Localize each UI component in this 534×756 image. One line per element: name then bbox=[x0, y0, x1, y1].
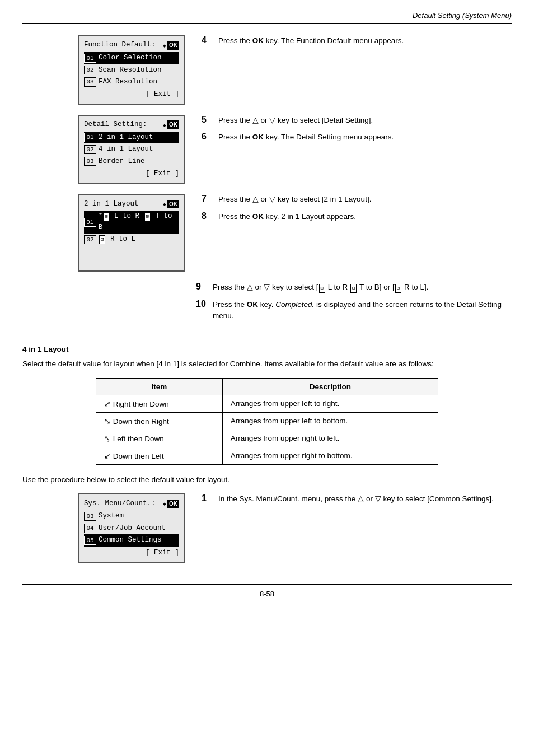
lcd-2in1: 2 in 1 Layout ⬥ OK 01 *⊞ L to R ⊟ T to B… bbox=[78, 194, 185, 272]
ok-badge-4: ⬥ OK bbox=[162, 498, 179, 509]
lcd-row-02: 02 Scan Resolution bbox=[84, 64, 179, 76]
steps-col-4: 4 Press the OK key. The Function Default… bbox=[190, 35, 512, 52]
step5-num: 5 bbox=[202, 115, 218, 125]
step6-num: 6 bbox=[202, 132, 218, 142]
desc-down-left: Arranges from upper right to bottom. bbox=[222, 447, 438, 464]
arrow-icon: ⬥ bbox=[162, 40, 167, 51]
table-header-row: Item Description bbox=[96, 378, 438, 395]
layout-icon-tb: ⊟ bbox=[144, 212, 151, 221]
step6-text: Press the OK key. The Detail Setting men… bbox=[218, 132, 394, 143]
lcd-sys-row-03: 03 System bbox=[84, 510, 179, 522]
desc-right-down: Arranges from upper left to right. bbox=[222, 395, 438, 412]
lcd-2in1-row-02: 02 ⊡ R to L bbox=[84, 234, 179, 245]
steps-910: 9 Press the △ or ▽ key to select [⊞ L to… bbox=[22, 282, 512, 327]
step9-text: Press the △ or ▽ key to select [⊞ L to R… bbox=[213, 282, 428, 293]
lcd-2in1-text-02: ⊡ R to L bbox=[99, 234, 135, 245]
step9-num: 9 bbox=[196, 282, 213, 292]
lcd-title-row: Function Default: ⬥ OK bbox=[84, 40, 179, 51]
lcd-num-01: 01 bbox=[84, 54, 96, 63]
lcd-2in1-row-01: 01 *⊞ L to R ⊟ T to B bbox=[84, 211, 179, 234]
lcd-2in1-title-text: 2 in 1 Layout bbox=[84, 199, 139, 209]
step4-item: 4 Press the OK key. The Function Default… bbox=[202, 35, 512, 46]
step9-item: 9 Press the △ or ▽ key to select [⊞ L to… bbox=[196, 282, 512, 293]
table-body: ⤢ Right then Down Arranges from upper le… bbox=[96, 395, 438, 464]
ok-box-2: OK bbox=[167, 120, 179, 129]
layout-icon-rl: ⊡ bbox=[99, 235, 105, 244]
lcd-detail-text-02: 4 in 1 Layout bbox=[99, 144, 153, 155]
lcd-text-01: Color Selection bbox=[99, 53, 162, 63]
lcd-row-03: 03 FAX Resolution bbox=[84, 76, 179, 88]
item-down-left: ↙ Down then Left bbox=[96, 447, 223, 464]
item-left-down: ⤣ Left then Down bbox=[96, 430, 223, 447]
step7-num: 7 bbox=[202, 194, 218, 204]
lcd-sys-row-05: 05 Common Settings bbox=[84, 534, 179, 546]
step5-text: Press the △ or ▽ key to select [Detail S… bbox=[218, 115, 373, 126]
ok-badge: ⬥ OK bbox=[162, 40, 179, 51]
screen-function-default: Function Default: ⬥ OK 01 Color Selectio… bbox=[22, 35, 190, 105]
table-col-desc: Description bbox=[222, 378, 438, 395]
lcd-detail-num-01: 01 bbox=[84, 133, 96, 142]
lcd-row-01: 01 Color Selection bbox=[84, 52, 179, 64]
lcd-sys-menu: Sys. Menu/Count.: ⬥ OK 03 System 04 User… bbox=[78, 493, 185, 563]
icon-lr-ref: ⊞ bbox=[319, 284, 325, 293]
table-row: ⤣ Left then Down Arranges from upper rig… bbox=[96, 430, 438, 447]
lcd-detail-row-02: 02 4 in 1 Layout bbox=[84, 143, 179, 155]
step4-num: 4 bbox=[202, 35, 218, 45]
step10-text: Press the OK key. Completed. is displaye… bbox=[213, 299, 512, 322]
table-row: ⤡ Down then Right Arranges from upper le… bbox=[96, 412, 438, 430]
icon-down-right: ⤡ bbox=[104, 417, 111, 426]
table-col-item: Item bbox=[96, 378, 223, 395]
step10-item: 10 Press the OK key. Completed. is displ… bbox=[196, 299, 512, 322]
step7-item: 7 Press the △ or ▽ key to select [2 in 1… bbox=[202, 194, 512, 205]
ok-box-3: OK bbox=[167, 200, 179, 209]
lcd-sys-text-03: System bbox=[99, 511, 124, 521]
table-row: ⤢ Right then Down Arranges from upper le… bbox=[96, 395, 438, 412]
bottom-steps-col: 1 In the Sys. Menu/Count. menu, press th… bbox=[190, 493, 512, 510]
main-content: Function Default: ⬥ OK 01 Color Selectio… bbox=[22, 35, 512, 573]
icon-right-down: ⤢ bbox=[104, 399, 111, 408]
item-right-down: ⤢ Right then Down bbox=[96, 395, 223, 412]
lcd-text-02: Scan Resolution bbox=[99, 65, 162, 76]
screen-sys-menu: Sys. Menu/Count.: ⬥ OK 03 System 04 User… bbox=[22, 493, 190, 563]
lcd-detail-row-01: 01 2 in 1 layout bbox=[84, 132, 179, 143]
ok-box-4: OK bbox=[167, 500, 179, 508]
screen-2in1: 2 in 1 Layout ⬥ OK 01 *⊞ L to R ⊟ T to B… bbox=[22, 194, 190, 272]
layout-icon-lr: ⊞ bbox=[103, 212, 109, 221]
lcd-sys-text-05: Common Settings bbox=[99, 535, 162, 545]
step8-item: 8 Press the OK key. 2 in 1 Layout appear… bbox=[202, 211, 512, 222]
section-4in1-heading: 4 in 1 Layout bbox=[22, 345, 512, 353]
page-header: Default Setting (System Menu) bbox=[22, 11, 512, 24]
page-footer: 8-58 bbox=[22, 584, 512, 598]
icon-tb-ref: ⊟ bbox=[350, 284, 357, 293]
lcd-num-02: 02 bbox=[84, 66, 96, 74]
bottom-step1-item: 1 In the Sys. Menu/Count. menu, press th… bbox=[202, 493, 512, 505]
lcd-2in1-title-row: 2 in 1 Layout ⬥ OK bbox=[84, 198, 179, 209]
lcd-detail-num-02: 02 bbox=[84, 145, 96, 154]
lcd-exit: [ Exit ] bbox=[84, 89, 179, 100]
table-head: Item Description bbox=[96, 378, 438, 395]
lcd-2in1-num-02: 02 bbox=[84, 235, 96, 244]
lcd-function-default: Function Default: ⬥ OK 01 Color Selectio… bbox=[78, 35, 185, 105]
desc-left-down: Arranges from upper right to left. bbox=[222, 430, 438, 447]
table-row: ↙ Down then Left Arranges from upper rig… bbox=[96, 447, 438, 464]
lcd-detail-title-text: Detail Setting: bbox=[84, 119, 147, 130]
lcd-title-text: Function Default: bbox=[84, 40, 156, 50]
bottom-step1-num: 1 bbox=[202, 493, 218, 503]
lcd-sys-title-text: Sys. Menu/Count.: bbox=[84, 498, 156, 509]
step8-text: Press the OK key. 2 in 1 Layout appears. bbox=[218, 211, 356, 222]
lcd-detail-text-01: 2 in 1 layout bbox=[99, 132, 153, 143]
icon-down-left: ↙ bbox=[104, 451, 111, 460]
step6-item: 6 Press the OK key. The Detail Setting m… bbox=[202, 132, 512, 143]
arrow-icon-3: ⬥ bbox=[162, 198, 167, 209]
desc-down-right: Arranges from upper left to bottom. bbox=[222, 412, 438, 430]
lcd-2in1-num-01: 01 bbox=[84, 218, 96, 227]
icon-rl-ref: ⊡ bbox=[395, 284, 401, 293]
lcd-detail-title-row: Detail Setting: ⬥ OK bbox=[84, 119, 179, 130]
lcd-detail-text-03: Border Line bbox=[99, 156, 145, 167]
lcd-detail-num-03: 03 bbox=[84, 157, 96, 166]
ok-badge-3: ⬥ OK bbox=[162, 198, 179, 209]
page-number: 8-58 bbox=[260, 590, 274, 598]
step7-text: Press the △ or ▽ key to select [2 in 1 L… bbox=[218, 194, 371, 205]
lcd-2in1-text-01: *⊞ L to R ⊟ T to B bbox=[99, 211, 179, 233]
lcd-sys-exit: [ Exit ] bbox=[84, 548, 179, 558]
